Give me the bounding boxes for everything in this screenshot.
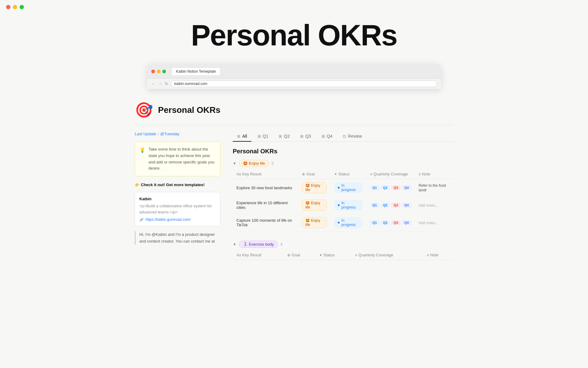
- check-link-label: Check it out! Get more templates!: [141, 182, 205, 187]
- card-link-url: https://kaibin.gumroad.com/: [145, 217, 190, 222]
- tabs: ⊞ All ⊞ Q1 ⊞ Q2 ⊞ Q3 ⊞ Q4: [233, 131, 453, 142]
- kaibin-card: Kaibin <p>Build a collaborative office s…: [135, 192, 221, 226]
- minimize-button[interactable]: [13, 5, 17, 9]
- tab-q2-label: Q2: [284, 134, 290, 139]
- col-note: ≡Note: [415, 169, 453, 179]
- card-title: Kaibin: [139, 197, 216, 201]
- q3-badge: Q3: [391, 185, 401, 190]
- divider: [135, 125, 453, 125]
- tab-q4[interactable]: ⊞ Q4: [317, 131, 337, 142]
- col-goal: ⊕Goal: [298, 169, 330, 179]
- q2-badge: Q2: [381, 203, 390, 208]
- q4-badge: Q4: [402, 203, 411, 208]
- tab-all-label: All: [242, 134, 247, 139]
- col-key-result-2: AaKey Result: [233, 250, 284, 260]
- refresh-icon[interactable]: ↻: [165, 81, 168, 86]
- table-row: Capture 100 moments of life on TikTok 🤩 …: [233, 214, 453, 232]
- exercise-body-table: AaKey Result ⊕Goal ✦Status ≡Quarterly Co…: [233, 250, 453, 260]
- page-icon: 🎯: [135, 102, 153, 119]
- group-exercise-body: ▼ 🏃 Exercise body 4: [233, 241, 453, 248]
- close-button[interactable]: [6, 5, 10, 9]
- q1-badge: Q1: [370, 203, 379, 208]
- q4-badge: Q4: [402, 185, 411, 190]
- key-result-cell: Experience life in 10 different cities: [233, 197, 298, 214]
- back-arrow-icon[interactable]: ←: [151, 81, 156, 86]
- tab-q3-icon: ⊞: [300, 134, 303, 139]
- browser-tab[interactable]: Kaibin Notion Temeplate: [172, 67, 221, 75]
- tab-review-icon: ⊡: [343, 134, 346, 139]
- group-toggle-enjoy[interactable]: ▼: [233, 161, 236, 166]
- tab-q4-label: Q4: [327, 134, 333, 139]
- goal-cell: 🤩 Enjoy life: [298, 197, 330, 214]
- browser-mockup: Kaibin Notion Temeplate ← → ↻ kaibin.oum…: [147, 64, 441, 89]
- goal-cell: 🤩 Enjoy life: [298, 214, 330, 232]
- table-row: Experience life in 10 different cities 🤩…: [233, 197, 453, 214]
- url-bar[interactable]: kaibin.oumroad.com: [171, 80, 437, 87]
- hero-title: Personal OKRs: [0, 0, 588, 64]
- enjoy-life-badge: 🤩 Enjoy life: [239, 160, 269, 167]
- status-dot: [338, 204, 340, 206]
- col-key-result: AaKey Result: [233, 169, 298, 179]
- status-cell: In progress: [330, 214, 366, 232]
- q4-badge: Q4: [402, 220, 411, 225]
- q3-badge: Q3: [391, 220, 401, 225]
- tab-all-icon: ⊞: [237, 134, 240, 139]
- last-update-value: @Tuesday: [160, 132, 179, 136]
- last-update-label: Last Update：: [135, 132, 160, 136]
- status-badge: In progress: [334, 182, 363, 193]
- check-link[interactable]: 👉Check it out! Get more templates!: [135, 182, 221, 187]
- key-result-cell: Capture 100 moments of life on TikTok: [233, 214, 298, 232]
- forward-arrow-icon[interactable]: →: [158, 81, 162, 86]
- tab-review-label: Review: [348, 134, 362, 139]
- status-dot: [338, 222, 340, 224]
- quarters-cell: Q1 Q2 Q3 Q4: [366, 214, 415, 232]
- tab-q3-label: Q3: [305, 134, 311, 139]
- col-note-2: ≡Note: [423, 250, 453, 260]
- tab-q2-icon: ⊞: [279, 134, 282, 139]
- quarter-badges: Q1 Q2 Q3 Q4: [370, 220, 411, 225]
- note-text: Add notes...: [419, 221, 438, 225]
- tab-q3[interactable]: ⊞ Q3: [296, 131, 315, 142]
- browser-close[interactable]: [151, 70, 155, 73]
- tab-q1[interactable]: ⊞ Q1: [253, 131, 273, 142]
- exercise-body-count: 4: [280, 242, 282, 247]
- browser-maximize[interactable]: [162, 70, 166, 73]
- tab-review[interactable]: ⊡ Review: [338, 131, 366, 142]
- tab-q1-icon: ⊞: [258, 134, 261, 139]
- tab-all[interactable]: ⊞ All: [233, 131, 251, 142]
- main-right: ⊞ All ⊞ Q1 ⊞ Q2 ⊞ Q3 ⊞ Q4: [233, 131, 453, 269]
- col-goal-2: ⊕Goal: [284, 250, 315, 260]
- exercise-body-badge: 🏃 Exercise body: [239, 241, 278, 248]
- goal-badge: 🤩 Enjoy life: [302, 200, 327, 211]
- link-icon: 🔗: [139, 218, 144, 222]
- note-text: Refer to the food landr: [419, 183, 446, 192]
- status-badge: In progress: [334, 200, 363, 211]
- page-title: Personal OKRs: [158, 105, 221, 115]
- note-cell: Refer to the food landr: [415, 179, 453, 197]
- col-quarterly-coverage-2: ≡Quarterly Coverage: [352, 250, 423, 260]
- maximize-button[interactable]: [20, 5, 24, 9]
- q1-badge: Q1: [370, 220, 379, 225]
- q3-badge: Q3: [391, 203, 401, 208]
- q1-badge: Q1: [370, 185, 379, 190]
- browser-minimize[interactable]: [157, 70, 160, 73]
- group-enjoy-life: ▼ 🤩 Enjoy life 3: [233, 160, 453, 167]
- quarter-badges: Q1 Q2 Q3 Q4: [370, 203, 411, 208]
- status-cell: In progress: [330, 197, 366, 214]
- card-link[interactable]: 🔗 https://kaibin.gumroad.com/: [139, 217, 216, 222]
- section-title: Personal OKRs: [233, 148, 453, 155]
- table-row: Explore 30 new food landmarks 🤩 Enjoy li…: [233, 179, 453, 197]
- q2-badge: Q2: [381, 185, 390, 190]
- traffic-lights: [6, 5, 24, 9]
- group-toggle-exercise[interactable]: ▼: [233, 242, 236, 247]
- browser-chrome: Kaibin Notion Temeplate: [147, 64, 441, 79]
- status-dot: [338, 187, 340, 189]
- tab-q2[interactable]: ⊞ Q2: [274, 131, 294, 142]
- tip-box: 💡 Take some time to think about the stat…: [135, 142, 221, 176]
- quote-block: Hi, I'm @Kaibin and I'm a product design…: [135, 231, 221, 245]
- goal-cell: 🤩 Enjoy life: [298, 179, 330, 197]
- check-link-icon: 👉: [135, 182, 140, 187]
- browser-nav: ← → ↻ kaibin.oumroad.com: [147, 79, 441, 89]
- card-body: <p>Build a collaborative office system f…: [139, 203, 216, 215]
- col-status: ✦Status: [330, 169, 366, 179]
